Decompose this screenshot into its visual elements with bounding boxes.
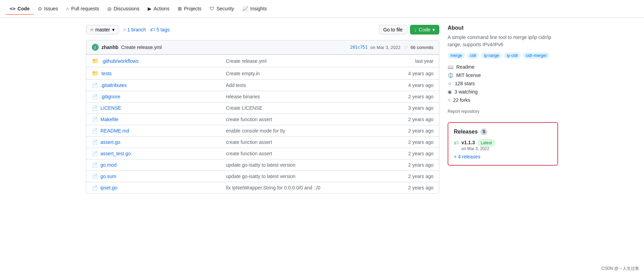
file-age: 2 years ago	[408, 117, 433, 122]
nav-issues[interactable]: ⊙ Issues	[34, 3, 62, 15]
file-commit-cell: create function assert	[221, 114, 383, 125]
table-row: 📄 Makefile create function assert 2 year…	[86, 114, 439, 125]
nav-projects[interactable]: ⊞ Projects	[174, 3, 206, 15]
file-name-link[interactable]: go.sum	[100, 174, 116, 179]
commit-sha[interactable]: 201c751	[350, 45, 368, 50]
branch-count-icon: ⑃	[123, 27, 126, 32]
release-version[interactable]: v1.1.3	[461, 140, 475, 145]
folder-icon: 📁	[92, 70, 99, 77]
topic-tag[interactable]: cidr	[467, 52, 479, 59]
commit-meta: 201c751 on Mar 3, 2022 ⏱ 66 commits	[350, 45, 434, 50]
file-icon: 📄	[92, 117, 98, 122]
svg-text:z: z	[95, 46, 96, 49]
branch-selector[interactable]: ⑃ master ▾	[86, 25, 119, 35]
file-name-link[interactable]: tests	[101, 71, 112, 76]
about-description: A simple command line tool to merge ip/i…	[448, 34, 558, 48]
watching-link[interactable]: 3 watching	[455, 89, 478, 95]
code-button[interactable]: ↓ Code ▾	[410, 25, 439, 35]
file-name-link[interactable]: ipset.go	[100, 185, 117, 190]
file-commit-cell: Create empty.in	[221, 67, 383, 80]
file-name-cell: 📄 LICENSE	[86, 102, 221, 114]
file-age: 3 years ago	[408, 105, 433, 111]
nav-code[interactable]: <> Code	[6, 3, 34, 15]
file-time-cell: 4 years ago	[383, 80, 439, 91]
pull-requests-icon: ⑃	[66, 6, 69, 11]
more-releases-link[interactable]: + 4 releases	[454, 154, 552, 159]
file-commit-message[interactable]: Create release.yml	[226, 58, 267, 64]
chevron-down-icon: ▾	[112, 27, 115, 32]
topic-tag[interactable]: ip-range	[481, 52, 502, 59]
security-icon: 🛡	[209, 6, 214, 11]
file-time-cell: 2 years ago	[383, 125, 439, 137]
about-section: About A simple command line tool to merg…	[448, 25, 558, 114]
watching-item: ◉ 3 watching	[448, 89, 558, 95]
release-details: v1.1.3 Latest on Mar 3, 2022	[461, 139, 495, 151]
nav-discussions[interactable]: ◎ Discussions	[103, 3, 144, 15]
file-age: 2 years ago	[408, 128, 433, 134]
file-name-link[interactable]: README.md	[100, 128, 129, 134]
file-commit-cell: create function assert	[221, 148, 383, 159]
file-commit-message[interactable]: release binaries	[226, 94, 260, 99]
file-time-cell: 2 years ago	[383, 91, 439, 102]
file-time-cell: 3 years ago	[383, 102, 439, 114]
topic-tag[interactable]: cidr-merger	[523, 52, 549, 59]
fork-icon: ⑃	[448, 97, 450, 103]
file-age: 2 years ago	[408, 94, 433, 99]
tag-count-link[interactable]: 🏷 5 tags	[150, 27, 169, 32]
release-item: 🏷 v1.1.3 Latest on Mar 3, 2022	[454, 139, 552, 151]
table-row: 📄 ipset.go fix IpNetWrapper.String for 0…	[86, 182, 439, 194]
file-name-link[interactable]: Makefile	[100, 117, 118, 122]
file-name-link[interactable]: .github/workflows	[101, 58, 138, 64]
file-commit-message[interactable]: Add tests	[226, 82, 246, 88]
file-commit-message[interactable]: update go-isatty to latest version	[226, 174, 296, 179]
report-repository-link[interactable]: Report repository	[448, 109, 479, 114]
discussions-icon: ◎	[107, 6, 111, 11]
file-commit-message[interactable]: Create empty.in	[226, 71, 260, 76]
folder-icon: 📁	[92, 58, 99, 64]
file-age: 4 years ago	[408, 71, 433, 76]
file-commit-message[interactable]: Create LICENSE	[226, 105, 263, 111]
license-link[interactable]: MIT license	[456, 72, 481, 78]
table-row: 📄 LICENSE Create LICENSE 3 years ago	[86, 102, 439, 114]
readme-link[interactable]: Readme	[456, 64, 475, 70]
file-name-cell: 📄 assert.go	[86, 137, 221, 148]
file-commit-message[interactable]: create function assert	[226, 117, 272, 122]
nav-insights[interactable]: 📈 Insights	[238, 3, 271, 15]
nav-actions[interactable]: ▶ Actions	[144, 3, 174, 15]
topic-tag[interactable]: ip-cidr	[504, 52, 521, 59]
file-name-cell: 📄 ipset.go	[86, 182, 221, 194]
file-name-link[interactable]: .gitattributes	[100, 82, 127, 88]
nav-security[interactable]: 🛡 Security	[205, 3, 238, 15]
table-row: 📁 .github/workflows Create release.yml l…	[86, 55, 439, 67]
branch-bar-left: ⑃ master ▾ ⑃ 1 branch 🏷 5 tags	[86, 25, 169, 35]
nav-pull-requests[interactable]: ⑃ Pull requests	[62, 3, 103, 15]
file-name-link[interactable]: assert_test.go	[100, 151, 131, 156]
file-name-link[interactable]: .gitignore	[100, 94, 120, 99]
file-name-link[interactable]: go.mod	[100, 162, 117, 168]
topic-tag[interactable]: merge	[448, 52, 465, 59]
file-commit-message[interactable]: create function assert	[226, 151, 272, 156]
file-commit-message[interactable]: fix IpNetWrapper.String for 0.0.0.0/0 an…	[226, 185, 321, 190]
commits-count-link[interactable]: 66 commits	[411, 45, 433, 50]
code-chevron-icon: ▾	[432, 27, 435, 32]
branch-count-link[interactable]: ⑃ 1 branch	[123, 27, 146, 32]
projects-icon: ⊞	[178, 6, 182, 11]
go-to-file-button[interactable]: Go to file	[379, 25, 407, 35]
file-name-link[interactable]: LICENSE	[100, 105, 121, 111]
file-name-link[interactable]: assert.go	[100, 139, 120, 145]
file-commit-message[interactable]: enable console mode for tty	[226, 128, 285, 134]
commit-header: z zhanhb Create release.yml 201c751 on M…	[86, 40, 439, 55]
file-icon: 📄	[92, 139, 98, 145]
forks-link[interactable]: 22 forks	[453, 97, 470, 103]
releases-count: 5	[480, 128, 487, 135]
main-container: ⑃ master ▾ ⑃ 1 branch 🏷 5 tags Go to fil…	[80, 18, 564, 200]
tag-icon: 🏷	[150, 27, 155, 32]
commit-info: z zhanhb Create release.yml	[92, 44, 162, 51]
repo-content: ⑃ master ▾ ⑃ 1 branch 🏷 5 tags Go to fil…	[86, 25, 439, 194]
file-commit-cell: release binaries	[221, 91, 383, 102]
file-commit-message[interactable]: create function assert	[226, 139, 272, 145]
file-commit-message[interactable]: update go-isatty to latest version	[226, 162, 296, 168]
commit-author[interactable]: zhanhb	[101, 45, 118, 50]
file-age: 2 years ago	[408, 174, 433, 179]
stars-link[interactable]: 128 stars	[455, 81, 475, 86]
